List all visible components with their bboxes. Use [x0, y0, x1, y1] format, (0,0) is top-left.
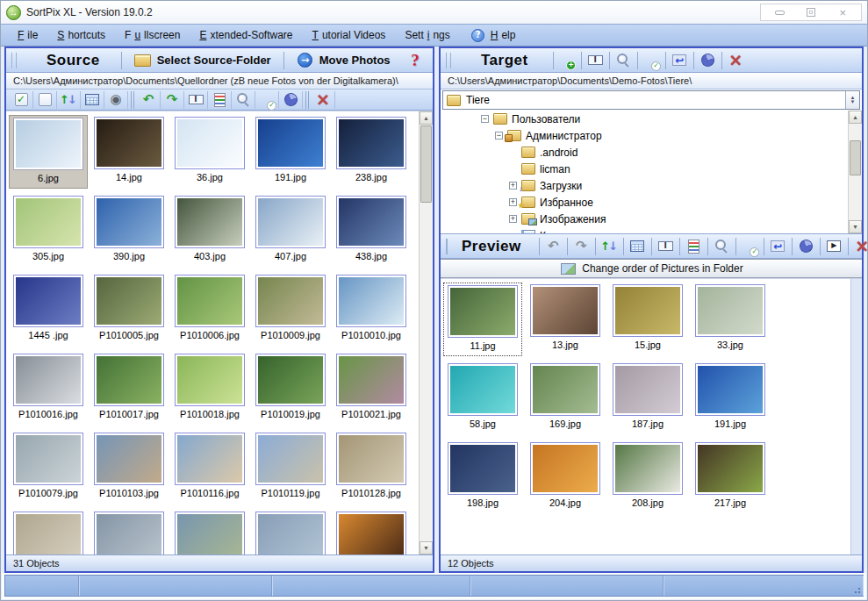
- thumbnail-13-jpg[interactable]: 13.jpg: [526, 283, 605, 356]
- search-button[interactable]: [707, 238, 735, 255]
- redo-button[interactable]: [161, 91, 184, 109]
- scroll-up-icon[interactable]: ▲: [420, 111, 433, 125]
- thumbnail-403-jpg[interactable]: 403.jpg: [170, 194, 249, 268]
- thumbnail-p1010021-jpg[interactable]: P1010021.jpg: [332, 352, 411, 426]
- thumbnail-p1010103-jpg[interactable]: P1010103.jpg: [90, 431, 169, 504]
- thumbnail-p1010009-jpg[interactable]: P1010009.jpg: [251, 273, 330, 347]
- thumbnail[interactable]: [9, 510, 88, 554]
- thumbnail-36-jpg[interactable]: 36.jpg: [170, 115, 249, 189]
- slideshow-button[interactable]: [820, 238, 848, 255]
- thumbnail-169-jpg[interactable]: 169.jpg: [526, 361, 605, 435]
- thumbnail-204-jpg[interactable]: 204.jpg: [526, 440, 605, 514]
- plus-expander-icon[interactable]: +: [509, 198, 517, 206]
- undo-button[interactable]: [137, 91, 161, 109]
- plus-expander-icon[interactable]: +: [509, 215, 517, 223]
- sort-updown-button[interactable]: [57, 91, 81, 109]
- table-view-button[interactable]: [623, 238, 651, 255]
- minus-expander-icon[interactable]: −: [481, 115, 489, 123]
- maximize-button[interactable]: [801, 6, 821, 18]
- tree-item-licman[interactable]: licman: [441, 161, 862, 177]
- menu-tutorial-videos[interactable]: Tutorial Videos: [305, 26, 394, 44]
- undo-gray-button[interactable]: [539, 238, 567, 255]
- thumbnail-438-jpg[interactable]: 438.jpg: [332, 194, 411, 268]
- sort-updown-button[interactable]: [595, 238, 623, 255]
- combobox-spinner[interactable]: ▲▼: [845, 91, 859, 109]
- menu-settings[interactable]: Settings: [397, 26, 457, 44]
- target-folder-combobox[interactable]: Tiere ▲▼: [442, 90, 860, 110]
- thumbnail-305-jpg[interactable]: 305.jpg: [9, 194, 88, 268]
- rename-button[interactable]: [651, 238, 679, 255]
- rename-button[interactable]: [184, 91, 208, 109]
- record-button[interactable]: [104, 91, 128, 109]
- thumbnail-p1010119-jpg[interactable]: P1010119.jpg: [251, 431, 330, 504]
- select-source-folder-button[interactable]: Select Source-Folder: [131, 51, 275, 70]
- scroll-down-icon[interactable]: ▼: [420, 541, 433, 554]
- pie-button[interactable]: [792, 238, 820, 255]
- delete-button[interactable]: [312, 91, 335, 109]
- scroll-up-icon[interactable]: ▲: [849, 111, 862, 124]
- thumbnail-15-jpg[interactable]: 15.jpg: [608, 283, 687, 356]
- redo-gray-button[interactable]: [567, 238, 595, 255]
- thumbnail-1445-jpg[interactable]: 1445 .jpg: [9, 273, 88, 347]
- thumbnail-11-jpg[interactable]: 11.jpg: [443, 283, 522, 356]
- thumbnail-407-jpg[interactable]: 407.jpg: [251, 194, 330, 268]
- report-button[interactable]: [208, 91, 232, 109]
- thumbnail-p1010116-jpg[interactable]: P1010116.jpg: [170, 431, 249, 504]
- delete-button[interactable]: [721, 52, 750, 69]
- tree-scrollbar[interactable]: ▲ ▼: [848, 111, 862, 233]
- thumbnail-p1010005-jpg[interactable]: P1010005.jpg: [90, 273, 169, 347]
- move-back-button[interactable]: [764, 238, 792, 255]
- pie-button[interactable]: [279, 91, 303, 109]
- report-button[interactable]: [679, 238, 707, 255]
- check-off-button[interactable]: [33, 91, 57, 109]
- menu-help[interactable]: Help: [462, 25, 524, 46]
- thumbnail-198-jpg[interactable]: 198.jpg: [443, 440, 522, 514]
- scrollbar-thumb[interactable]: [850, 140, 861, 175]
- move-back-button[interactable]: [665, 52, 693, 69]
- thumbnail-191-jpg[interactable]: 191.jpg: [691, 361, 770, 435]
- thumbnail-58-jpg[interactable]: 58.jpg: [443, 361, 522, 435]
- search-button[interactable]: [232, 91, 255, 109]
- tree-item-пользователи[interactable]: −Пользователи: [441, 111, 862, 127]
- thumbnail-p1010010-jpg[interactable]: P1010010.jpg: [332, 273, 411, 347]
- thumbnail-191-jpg[interactable]: 191.jpg: [251, 115, 330, 189]
- thumbnail-6-jpg[interactable]: 6.jpg: [9, 115, 88, 189]
- thumbnail[interactable]: [251, 510, 330, 554]
- minus-expander-icon[interactable]: −: [495, 132, 503, 140]
- scrollbar-thumb[interactable]: [420, 125, 432, 203]
- scroll-down-icon[interactable]: ▼: [849, 220, 862, 233]
- pie-button[interactable]: [693, 52, 721, 69]
- table-view-button[interactable]: [81, 91, 104, 109]
- thumbnail-390-jpg[interactable]: 390.jpg: [90, 194, 169, 268]
- thumbnail-p1010019-jpg[interactable]: P1010019.jpg: [251, 352, 330, 426]
- thumbnail-p1010017-jpg[interactable]: P1010017.jpg: [90, 352, 169, 426]
- thumbnail[interactable]: [332, 510, 411, 554]
- folder-check-button[interactable]: [637, 52, 665, 69]
- minimize-button[interactable]: [770, 6, 789, 18]
- thumbnail-p1010079-jpg[interactable]: P1010079.jpg: [9, 431, 88, 504]
- thumbnail[interactable]: [90, 510, 169, 554]
- search-button[interactable]: [609, 52, 637, 69]
- thumbnail-217-jpg[interactable]: 217.jpg: [691, 440, 770, 514]
- thumbnail-238-jpg[interactable]: 238.jpg: [332, 115, 411, 189]
- thumbnail-p1010016-jpg[interactable]: P1010016.jpg: [9, 352, 88, 426]
- tree-item-изображения[interactable]: +Изображения: [441, 211, 862, 227]
- tree-item-избранное[interactable]: +Избранное: [441, 194, 862, 211]
- move-photos-button[interactable]: Move Photos: [293, 51, 394, 70]
- rename-button[interactable]: [581, 52, 609, 69]
- folder-check-button[interactable]: [735, 238, 764, 255]
- change-order-button[interactable]: Change order of Pictures in Folder: [441, 259, 862, 278]
- preview-scroll-track[interactable]: [850, 279, 862, 554]
- thumbnail-p1010018-jpg[interactable]: P1010018.jpg: [170, 352, 249, 426]
- menu-extended-software[interactable]: Extended-Software: [191, 26, 300, 44]
- folder-check-button[interactable]: [255, 91, 279, 109]
- folder-plus-button[interactable]: [553, 52, 581, 69]
- resize-grip[interactable]: [852, 585, 861, 594]
- menu-file[interactable]: File: [10, 26, 46, 44]
- tree-item-android[interactable]: .android: [441, 144, 862, 161]
- source-scrollbar[interactable]: ▲ ▼: [419, 111, 433, 554]
- delete-button[interactable]: [848, 238, 868, 255]
- menu-shortcuts[interactable]: Shortcuts: [49, 26, 113, 44]
- thumbnail[interactable]: [170, 510, 249, 554]
- thumbnail-187-jpg[interactable]: 187.jpg: [608, 361, 687, 435]
